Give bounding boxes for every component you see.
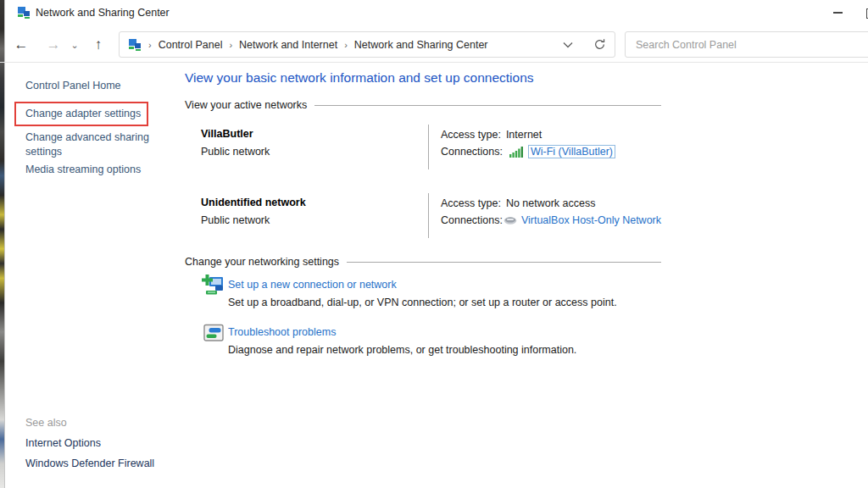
network-row-divider	[428, 125, 429, 169]
forward-button: →	[41, 32, 66, 58]
see-also-header: See also	[25, 417, 67, 429]
sidebar-item-change-adapter-settings[interactable]: Change adapter settings	[25, 108, 141, 119]
search-input[interactable]	[626, 32, 868, 57]
access-type-label: Access type:	[441, 129, 506, 141]
network-type: Public network	[201, 146, 270, 158]
access-type-label: Access type:	[441, 197, 506, 209]
sidebar-item-internet-options[interactable]: Internet Options	[25, 437, 101, 449]
minimize-icon	[833, 12, 843, 14]
new-connection-icon	[202, 274, 224, 297]
networking-settings-label: Change your networking settings	[185, 256, 339, 268]
window-left-border	[4, 0, 5, 488]
network-sharing-center-icon	[17, 6, 31, 19]
refresh-icon[interactable]	[593, 38, 606, 51]
network-row-unidentified: Unidentified network Public network Acce…	[201, 195, 661, 237]
breadcrumb-network-sharing-center[interactable]: Network and Sharing Center	[354, 39, 488, 51]
networking-settings-section-header: Change your networking settings	[185, 256, 661, 268]
section-rule	[347, 262, 661, 263]
title-bar: Network and Sharing Center	[5, 0, 868, 25]
network-row-villabutler: VillaButler Public network Access type: …	[201, 126, 661, 169]
connection-link-virtualbox-host-only[interactable]: VirtualBox Host-Only Network	[521, 214, 661, 226]
window-title: Network and Sharing Center	[36, 7, 170, 19]
breadcrumb-network-and-internet[interactable]: Network and Internet	[239, 39, 337, 51]
network-name: Unidentified network	[201, 197, 306, 208]
minimize-button[interactable]	[819, 0, 856, 25]
ethernet-icon	[504, 216, 517, 225]
address-dropdown-chevron-icon[interactable]	[563, 42, 573, 48]
connection-link-wifi-villabutler[interactable]: Wi-Fi (VillaButler)	[528, 145, 615, 158]
sidebar-item-media-streaming-options[interactable]: Media streaming options	[25, 164, 141, 175]
wifi-signal-icon	[509, 147, 524, 158]
recent-locations-chevron-icon[interactable]: ⌄	[66, 32, 83, 58]
troubleshoot-problems-description: Diagnose and repair network problems, or…	[228, 344, 576, 356]
toolbar-divider	[0, 62, 868, 63]
troubleshoot-problems-link[interactable]: Troubleshoot problems	[228, 326, 336, 338]
network-name: VillaButler	[201, 128, 253, 140]
breadcrumb-control-panel[interactable]: Control Panel	[159, 39, 223, 51]
active-networks-label: View your active networks	[185, 99, 307, 111]
setup-new-connection-description: Set up a broadband, dial-up, or VPN conn…	[228, 297, 617, 308]
network-type: Public network	[201, 214, 270, 226]
section-rule	[314, 105, 661, 106]
control-panel-icon	[128, 38, 142, 52]
access-type-value: No network access	[506, 197, 596, 209]
troubleshoot-icon	[203, 323, 224, 343]
back-button[interactable]: ←	[8, 32, 34, 58]
breadcrumb-separator-icon: ›	[229, 40, 232, 50]
address-bar[interactable]: › Control Panel › Network and Internet ›…	[119, 31, 615, 58]
breadcrumb-separator-icon: ›	[344, 40, 348, 50]
page-title: View your basic network information and …	[185, 70, 534, 86]
up-button[interactable]: ↑	[86, 32, 111, 58]
setup-new-connection-link[interactable]: Set up a new connection or network	[228, 279, 397, 291]
breadcrumb-separator-icon: ›	[148, 40, 152, 50]
active-networks-section-header: View your active networks	[185, 99, 661, 111]
sidebar-item-control-panel-home[interactable]: Control Panel Home	[25, 80, 121, 92]
sidebar-item-change-advanced-sharing-settings[interactable]: Change advanced sharing settings	[25, 130, 154, 158]
network-sharing-center-window: Network and Sharing Center ← → ⌄ ↑ › Con…	[0, 0, 868, 488]
search-box[interactable]	[625, 31, 868, 58]
access-type-value: Internet	[506, 129, 542, 141]
connections-label: Connections:	[441, 214, 502, 226]
connections-label: Connections:	[441, 146, 508, 158]
network-row-divider	[428, 193, 429, 238]
sidebar-item-windows-defender-firewall[interactable]: Windows Defender Firewall	[25, 458, 154, 469]
